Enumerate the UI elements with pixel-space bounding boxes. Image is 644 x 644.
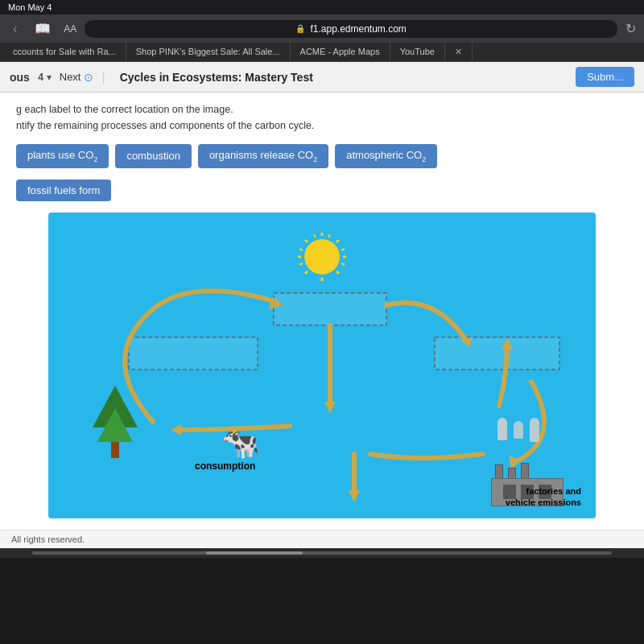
svg-rect-15 (274, 293, 386, 325)
chip-fossil-fuels[interactable]: fossil fuels form (16, 180, 111, 201)
svg-line-12 (341, 263, 345, 265)
chip-atmospheric-co2-text: atmospheric CO2 (346, 149, 426, 163)
svg-line-13 (314, 234, 316, 237)
factories-label: factories andvehicle emissions (506, 485, 581, 509)
date-display: Mon May 4 (8, 2, 52, 12)
svg-line-9 (299, 249, 303, 250)
chip-organisms-release-text: organisms release CO2 (209, 149, 317, 163)
scrollbar-track[interactable] (32, 551, 612, 555)
prev-label: ous (10, 71, 30, 84)
cow-illustration: 🐄 (221, 425, 259, 460)
scrollbar-area[interactable] (0, 548, 644, 558)
svg-line-10 (341, 249, 345, 250)
svg-line-11 (299, 263, 303, 265)
chip-organisms-release[interactable]: organisms release CO2 (198, 144, 328, 168)
svg-rect-17 (435, 337, 559, 369)
page-title: Cycles in Ecosystems: Mastery Test (120, 71, 313, 84)
question-number: 4 ▾ (38, 71, 52, 83)
svg-line-8 (336, 271, 339, 274)
main-content: g each label to the correct location on … (0, 93, 644, 530)
status-bar: Mon May 4 (0, 0, 644, 14)
tab-accounts[interactable]: ccounts for Sale with Ra... (3, 43, 126, 61)
tab-youtube[interactable]: YouTube (390, 43, 445, 61)
book-icon[interactable]: 📖 (30, 19, 56, 38)
next-arrow-icon: ⊙ (84, 71, 93, 84)
tab-acme[interactable]: ACME - Apple Maps (291, 43, 390, 61)
next-button[interactable]: Next ⊙ (60, 71, 94, 84)
label-chips-container: plants use CO2 combustion organisms rele… (16, 144, 628, 168)
chip-plants-use[interactable]: plants use CO2 (16, 144, 109, 168)
svg-line-5 (305, 240, 308, 242)
tab-pink[interactable]: Shop PINK's Biggest Sale: All Sale... (126, 43, 291, 61)
url-bar[interactable]: 🔒 f1.app.edmentum.com (85, 20, 617, 38)
svg-marker-23 (349, 490, 360, 502)
app-bar: ous 4 ▾ Next ⊙ | Cycles in Ecosystems: M… (0, 62, 644, 93)
next-label: Next (60, 71, 81, 83)
scrollbar-thumb[interactable] (206, 551, 303, 555)
back-button[interactable]: ‹ (8, 20, 22, 38)
tree-illustration (93, 386, 138, 458)
svg-line-7 (305, 271, 308, 274)
svg-line-14 (328, 234, 330, 237)
instruction-line-1: g each label to the correct location on … (16, 104, 628, 115)
svg-marker-19 (324, 402, 336, 414)
instruction-line-2: ntify the remaining processes and compon… (16, 120, 628, 131)
divider: | (101, 70, 105, 85)
svg-marker-22 (171, 424, 181, 436)
chip-atmospheric-co2[interactable]: atmospheric CO2 (335, 144, 437, 168)
chip-plants-use-text: plants use CO2 (27, 149, 97, 163)
consumption-label: consumption (195, 460, 255, 472)
label-chips-row2: fossil fuels form (16, 180, 628, 201)
footer: All rights reserved. (0, 530, 644, 548)
url-text: f1.app.edmentum.com (310, 23, 406, 35)
svg-point-0 (304, 239, 340, 275)
refresh-button[interactable]: ↻ (625, 21, 636, 36)
footer-text: All rights reserved. (11, 535, 85, 544)
tabs-bar: ccounts for Sale with Ra... Shop PINK's … (0, 43, 644, 61)
svg-rect-16 (129, 337, 258, 369)
tab-close[interactable]: ✕ (445, 43, 473, 61)
chip-combustion[interactable]: combustion (115, 144, 191, 168)
svg-line-6 (336, 240, 339, 242)
aa-button[interactable]: AA (64, 23, 76, 35)
diagram-container: 🐄 consumption fact (48, 213, 596, 518)
submit-button[interactable]: Subm... (576, 67, 634, 87)
chip-combustion-text: combustion (126, 150, 180, 162)
lock-icon: 🔒 (295, 24, 305, 33)
url-bar-area: ‹ 📖 AA 🔒 f1.app.edmentum.com ↻ (0, 14, 644, 43)
chip-fossil-fuels-text: fossil fuels form (27, 184, 100, 196)
